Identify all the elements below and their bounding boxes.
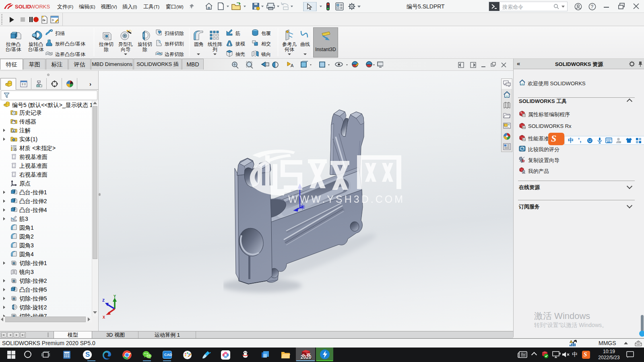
svg-text:X: X (103, 315, 105, 319)
svg-text:SW: SW (523, 160, 526, 162)
svg-text:WORKS: WORKS (30, 4, 50, 10)
svg-text:Fx: Fx (523, 138, 526, 141)
svg-text:A: A (12, 130, 14, 132)
svg-text:SOLID: SOLID (15, 4, 31, 10)
svg-text:A: A (291, 63, 294, 68)
svg-text:Y: Y (114, 294, 116, 299)
svg-text:WWW.YSH3D.COM: WWW.YSH3D.COM (288, 193, 405, 205)
svg-text:!: ! (258, 7, 258, 10)
svg-text:?: ? (591, 4, 594, 10)
svg-text:Z: Z (102, 298, 105, 303)
svg-text:Rx: Rx (523, 126, 526, 129)
svg-text:S: S (520, 111, 522, 114)
